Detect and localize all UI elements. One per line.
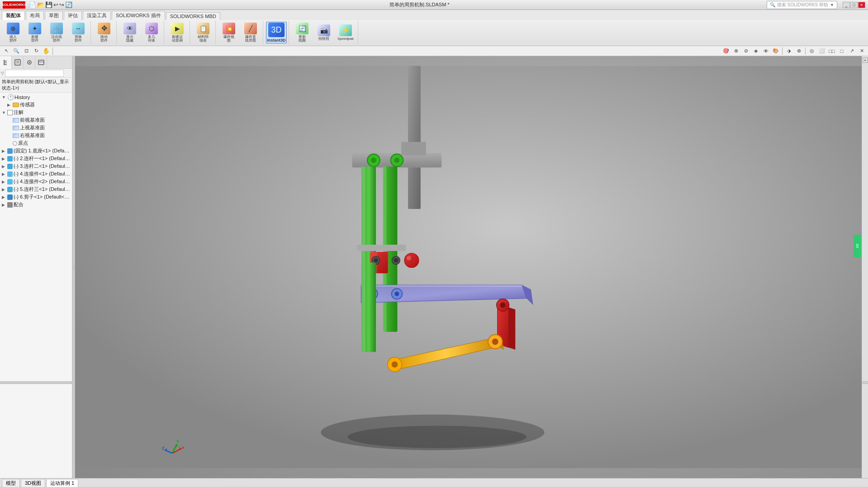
bom-button[interactable]: 📋 材料明细表 bbox=[193, 22, 213, 43]
panel-tab-properties[interactable] bbox=[12, 56, 24, 69]
expand-part3[interactable]: ▶ bbox=[2, 164, 7, 169]
show-hide-button[interactable]: 👁 显示隐藏 bbox=[119, 22, 140, 43]
tree-item-part2[interactable]: ▶ (-) 2.连杆一<1> (Default<<... bbox=[1, 155, 71, 162]
tool-zoom-area[interactable]: 🔍 bbox=[12, 47, 21, 55]
tool-rotate[interactable]: ↻ bbox=[32, 47, 41, 55]
right-plane-label: 右视基准面 bbox=[20, 132, 45, 139]
expand-part4a[interactable]: ▶ bbox=[2, 172, 7, 176]
expand-part2[interactable]: ▶ bbox=[2, 156, 7, 161]
expand-part1[interactable]: ▶ bbox=[2, 149, 7, 153]
tool-cursor[interactable]: ↖ bbox=[2, 47, 11, 55]
3d-viewport[interactable]: X Y Z 23 bbox=[75, 56, 862, 478]
new-icon[interactable]: 📄 bbox=[29, 1, 36, 8]
update-button[interactable]: 🔄 更新线圈 bbox=[292, 22, 313, 43]
view-edit-appearance-button[interactable]: 🎨 bbox=[771, 47, 780, 55]
expand-history[interactable]: ▼ bbox=[2, 95, 7, 99]
help-search[interactable]: 🔍 搜索 SOLIDWORKS 帮助 ▼ bbox=[767, 1, 837, 9]
motion-tools-group: ▶ 新建运动算例 bbox=[167, 21, 190, 44]
expand-sensor[interactable]: ▶ bbox=[7, 103, 13, 107]
panel-tab-config[interactable] bbox=[24, 56, 35, 69]
right-panel-btn1[interactable]: + bbox=[863, 57, 868, 63]
tree-item-right-plane[interactable]: 右视基准面 bbox=[1, 132, 71, 139]
minimize-button[interactable]: _ bbox=[843, 2, 850, 8]
tree-item-top-plane[interactable]: 上视基准面 bbox=[1, 124, 71, 132]
tree-item-mates[interactable]: ▶ 配合 bbox=[1, 201, 71, 208]
tree-item-front-plane[interactable]: 前视基准面 bbox=[1, 116, 71, 124]
tree-item-part6[interactable]: ▶ (-) 6.剪子<1> (Default<<De... bbox=[1, 193, 71, 201]
view-orient-button[interactable]: 🎯 bbox=[721, 47, 730, 55]
new-motion-button[interactable]: ▶ 新建运动算例 bbox=[167, 22, 188, 43]
view-max-btn[interactable]: □ bbox=[837, 47, 846, 55]
bom-icon: 📋 bbox=[197, 23, 209, 34]
tree-filter-input[interactable] bbox=[5, 70, 64, 77]
move-part-button[interactable]: ✥ 移动部件 bbox=[94, 22, 114, 43]
expand-part6[interactable]: ▶ bbox=[2, 195, 7, 199]
view-min-btn[interactable]: □□ bbox=[827, 47, 836, 55]
tree-item-origin[interactable]: 原点 bbox=[1, 139, 71, 147]
view-restore-btn[interactable]: ↗ bbox=[847, 47, 856, 55]
instant3d-button[interactable]: 3D Instant3D bbox=[266, 22, 287, 43]
svg-point-53 bbox=[392, 361, 398, 368]
tab-render[interactable]: 渲染工具 bbox=[83, 11, 111, 20]
tree-item-sensor[interactable]: ▶ 传感器 bbox=[1, 101, 71, 109]
tree-item-history[interactable]: ▼ 🕐 History bbox=[1, 94, 71, 101]
multi-body-button[interactable]: ⬡ 多几何体 bbox=[141, 22, 162, 43]
tab-sketch[interactable]: 草图 bbox=[45, 11, 63, 20]
rebuild-icon[interactable]: 🔄 bbox=[65, 1, 72, 8]
save-icon[interactable]: 💾 bbox=[45, 1, 52, 8]
tree-item-annotation[interactable]: ▼ 注解 bbox=[1, 109, 71, 116]
expand-mates[interactable]: ▶ bbox=[2, 203, 7, 207]
view-camera-button[interactable]: ◎ bbox=[807, 47, 816, 55]
tool-zoom-fit[interactable]: ⊡ bbox=[22, 47, 31, 55]
explode-label: 爆炸视图 bbox=[223, 35, 234, 43]
svg-point-8 bbox=[28, 62, 30, 63]
insert-part-button[interactable]: ⊕ 插入部件 bbox=[3, 22, 24, 43]
tree-item-part1[interactable]: ▶ (固定) 1.底座<1> (Default<<... bbox=[1, 147, 71, 155]
tab-3d-view[interactable]: 3D视图 bbox=[21, 479, 45, 487]
move-part-label: 移动部件 bbox=[100, 35, 108, 43]
active-part-button[interactable]: 🔗 活在线部件 bbox=[46, 22, 67, 43]
tree-item-part3[interactable]: ▶ (-) 3.连杆二<1> (Default<<... bbox=[1, 162, 71, 170]
view-axis-button[interactable]: ⊕ bbox=[794, 47, 803, 55]
tab-sw-mbd[interactable]: SOLIDWORKS MBD bbox=[166, 12, 220, 20]
tab-motion-study[interactable]: 运动算例 1 bbox=[46, 479, 78, 487]
maximize-button[interactable]: □ bbox=[850, 2, 858, 8]
replace-part-button[interactable]: ↔ 替换部件 bbox=[68, 22, 89, 43]
panel-splitter[interactable]: ··· bbox=[0, 381, 72, 384]
tree-item-part5[interactable]: ▶ (-) 5.连杆三<1> (Default<<... bbox=[1, 185, 71, 193]
explode-icon: 💥 bbox=[223, 23, 235, 34]
tab-model[interactable]: 模型 bbox=[2, 479, 20, 487]
explode-line-button[interactable]: ╱ 爆炸直线草图 bbox=[240, 22, 261, 43]
expand-part5[interactable]: ▶ bbox=[2, 187, 7, 192]
right-side-button[interactable]: 23 bbox=[854, 235, 861, 257]
tree-item-part4b[interactable]: ▶ (-) 4.连接件<2> (Default<<... bbox=[1, 178, 71, 185]
view-norm-button[interactable]: ⊕ bbox=[731, 47, 740, 55]
expand-annotation[interactable]: ▼ bbox=[2, 110, 7, 115]
view-mate-button[interactable]: ⬗ bbox=[784, 47, 793, 55]
view-display-button[interactable]: ◈ bbox=[751, 47, 760, 55]
view-hide-show-button[interactable]: 👁 bbox=[761, 47, 770, 55]
close-button[interactable]: ✕ bbox=[858, 2, 865, 8]
annotation-icon bbox=[7, 110, 13, 115]
tree-item-part4a[interactable]: ▶ (-) 4.连接件<1> (Default<<... bbox=[1, 170, 71, 178]
panel-tab-tree[interactable] bbox=[0, 56, 12, 69]
speedpak-button[interactable]: ⚡ Speedpak bbox=[335, 22, 356, 43]
open-icon[interactable]: 📂 bbox=[37, 1, 44, 8]
new-part-button[interactable]: ✦ 新建部件 bbox=[24, 22, 45, 43]
tab-layout[interactable]: 布局 bbox=[26, 11, 44, 20]
undo-icon[interactable]: ↩ bbox=[53, 1, 58, 8]
bom-tools-group: 📋 材料明细表 bbox=[193, 21, 216, 44]
expand-part4b[interactable]: ▶ bbox=[2, 180, 7, 184]
tab-assembly[interactable]: 装配体 bbox=[2, 11, 25, 20]
tab-sw-addins[interactable]: SOLIDWORKS 插件 bbox=[112, 11, 165, 20]
view-section-button[interactable]: ⊘ bbox=[741, 47, 750, 55]
view-close-btn[interactable]: ✕ bbox=[857, 47, 866, 55]
search-dropdown-icon[interactable]: ▼ bbox=[830, 3, 834, 7]
view-3d-button[interactable]: ⬜ bbox=[817, 47, 826, 55]
redo-icon[interactable]: ↪ bbox=[59, 1, 64, 8]
explode-button[interactable]: 💥 爆炸视图 bbox=[218, 22, 239, 43]
tool-pan[interactable]: ✋ bbox=[42, 47, 51, 55]
tab-evaluate[interactable]: 评估 bbox=[64, 11, 82, 20]
snapshot-button[interactable]: 📷 拍快照 bbox=[313, 22, 334, 43]
panel-tab-display[interactable] bbox=[35, 56, 47, 69]
